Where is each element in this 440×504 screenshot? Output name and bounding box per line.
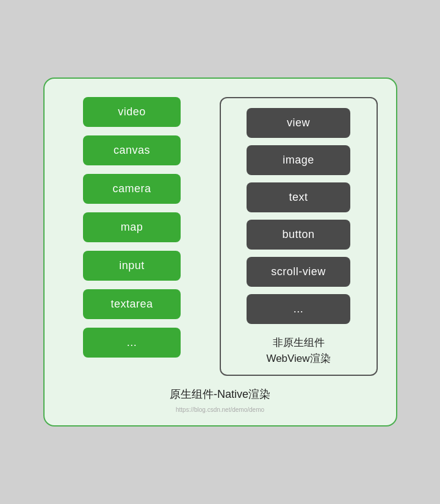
bottom-label: 原生组件-Native渲染: [170, 387, 270, 401]
webview-btn-scroll-view[interactable]: scroll-view: [247, 257, 350, 287]
watermark: https://blog.csdn.net/demo/demo: [176, 406, 264, 413]
main-card: video canvas camera map input textarea .…: [43, 77, 397, 427]
native-btn-more[interactable]: ...: [83, 328, 181, 358]
webview-label: 非原生组件 WebView渲染: [229, 335, 368, 366]
webview-btn-text[interactable]: text: [247, 182, 350, 212]
webview-btn-image[interactable]: image: [247, 145, 350, 175]
columns-row: video canvas camera map input textarea .…: [63, 97, 378, 376]
right-column-wrapper: view image text button scroll-view ... 非…: [220, 97, 378, 376]
native-btn-input[interactable]: input: [83, 251, 181, 281]
right-column: view image text button scroll-view ...: [229, 108, 368, 324]
native-btn-camera[interactable]: camera: [83, 174, 181, 204]
left-column: video canvas camera map input textarea .…: [63, 97, 201, 358]
native-btn-canvas[interactable]: canvas: [83, 135, 181, 165]
native-btn-video[interactable]: video: [83, 97, 181, 127]
page-container: video canvas camera map input textarea .…: [0, 0, 440, 504]
webview-btn-button[interactable]: button: [247, 220, 350, 250]
native-btn-textarea[interactable]: textarea: [83, 289, 181, 319]
webview-btn-more[interactable]: ...: [247, 294, 350, 324]
native-btn-map[interactable]: map: [83, 212, 181, 242]
webview-btn-view[interactable]: view: [247, 108, 350, 138]
